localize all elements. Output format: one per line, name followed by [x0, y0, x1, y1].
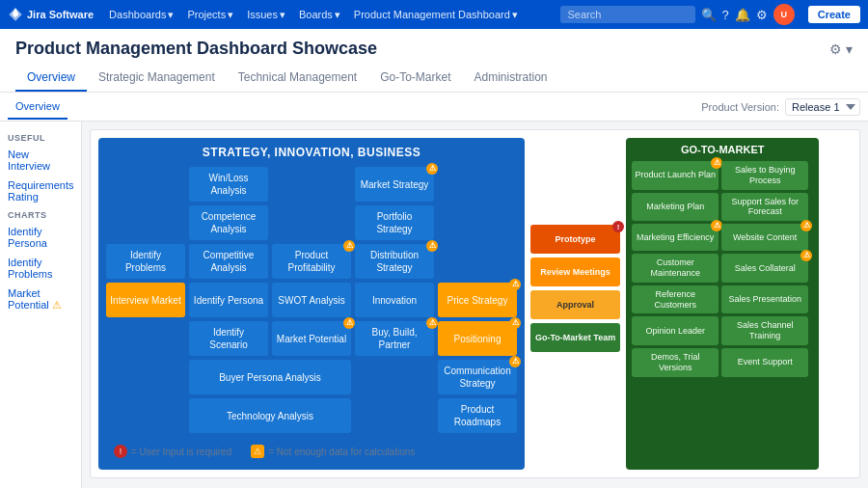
page-tabs: Overview Strategic Management Technical …	[15, 65, 853, 92]
sidebar-identify-persona[interactable]: Identify Persona	[0, 222, 81, 253]
gtm-header: GO-TO-MARKET	[632, 144, 813, 155]
review-meetings-cell[interactable]: Review Meetings	[530, 258, 620, 286]
question-icon[interactable]: ?	[722, 8, 729, 22]
tab-technical[interactable]: Technical Management	[227, 65, 368, 92]
sidebar-identify-problems[interactable]: Identify Problems	[0, 253, 81, 284]
market-strategy-cell[interactable]: Market Strategy ⚠	[355, 167, 434, 202]
buy-build-badge: ⚠	[426, 317, 438, 329]
nav-dashboards[interactable]: Dashboards ▾	[103, 5, 179, 25]
sidebar-useful-label: USEFUL	[0, 129, 81, 145]
innovation-cell[interactable]: Innovation	[355, 283, 434, 317]
distribution-strategy-cell[interactable]: Distribution Strategy ⚠	[355, 244, 434, 279]
price-strategy-cell[interactable]: Price Strategy ⚠	[438, 283, 517, 317]
page-title: Product Management Dashboard Showcase	[15, 39, 377, 59]
technology-analysis-cell[interactable]: Technology Analysis	[189, 398, 351, 433]
sidebar-market-potential[interactable]: Market Potential ⚠	[0, 284, 81, 315]
sidebar-new-interview[interactable]: New Interview	[0, 145, 81, 176]
sales-presentation-cell[interactable]: Sales Presentation	[721, 285, 808, 314]
identify-problems-cell[interactable]: Identify Problems	[106, 244, 185, 279]
search-icon[interactable]: 🔍	[701, 8, 717, 22]
top-navigation: Jira Software Dashboards ▾ Projects ▾ Is…	[0, 0, 868, 29]
create-button[interactable]: Create	[808, 6, 860, 23]
go-to-market-section: GO-TO-MARKET Product Launch Plan ⚠ Sales…	[626, 138, 819, 470]
yellow-badge-legend: ⚠	[251, 445, 264, 458]
legend-red: ! = User Input is required	[114, 445, 231, 458]
portfolio-strategy-cell[interactable]: Portfolio Strategy	[355, 205, 434, 240]
product-profitability-cell[interactable]: Product Profitability ⚠	[272, 244, 351, 279]
buyer-persona-cell[interactable]: Buyer Persona Analysis	[189, 360, 351, 394]
prototype-badge: !	[612, 221, 624, 232]
opinion-leader-cell[interactable]: Opinion Leader	[632, 316, 719, 345]
main-content: USEFUL New Interview Requirements Rating…	[0, 122, 868, 488]
version-select[interactable]: Release 1	[785, 98, 860, 116]
sidebar-requirements[interactable]: Requirements Rating	[0, 176, 81, 206]
sales-collateral-badge: ⚠	[800, 250, 812, 261]
bell-icon[interactable]: 🔔	[735, 8, 750, 22]
legend-yellow-text: = Not enough data for calculations	[268, 447, 415, 457]
market-potential-cell[interactable]: Market Potential ⚠	[272, 321, 351, 356]
product-roadmaps-cell[interactable]: Product Roadmaps	[438, 398, 517, 433]
version-label: Product Version:	[701, 101, 779, 113]
competence-cell[interactable]: Competence Analysis	[189, 205, 268, 240]
legend-red-text: = User Input is required	[131, 447, 231, 457]
nav-dashboard[interactable]: Product Management Dashboard ▾	[348, 5, 524, 25]
red-badge-legend: !	[114, 445, 127, 458]
nav-icons: 🔍 ? 🔔 ⚙ U	[701, 4, 795, 25]
nav-projects[interactable]: Projects ▾	[181, 5, 239, 25]
market-strategy-badge: ⚠	[426, 163, 438, 175]
distribution-badge: ⚠	[426, 240, 438, 252]
page-settings-icon[interactable]: ⚙ ▾	[829, 41, 853, 57]
product-profitability-badge: ⚠	[343, 240, 355, 252]
tab-admin[interactable]: Administration	[463, 65, 559, 92]
communication-strategy-cell[interactable]: Communication Strategy ⚠	[438, 360, 517, 394]
jira-logo-text: Jira Software	[27, 9, 94, 20]
overview-sub-tab[interactable]: Overview	[8, 95, 68, 120]
sidebar-charts-label: CHARTS	[0, 206, 81, 222]
price-strategy-badge: ⚠	[509, 279, 521, 290]
approval-cell[interactable]: Approval	[530, 290, 620, 319]
comm-strategy-badge: ⚠	[509, 356, 521, 367]
legend-yellow: ⚠ = Not enough data for calculations	[251, 445, 415, 458]
marketing-plan-cell[interactable]: Marketing Plan	[632, 193, 719, 222]
marketing-efficiency-cell[interactable]: Marketing Efficiency ⚠	[632, 224, 719, 251]
win-loss-cell[interactable]: Win/Loss Analysis	[189, 167, 268, 202]
swot-cell[interactable]: SWOT Analysis	[272, 283, 351, 317]
strategy-header: STRATEGY, INNOVATION, BUSINESS	[106, 146, 517, 159]
overview-tab-bar: Overview Product Version: Release 1	[0, 93, 868, 122]
nav-issues[interactable]: Issues ▾	[241, 5, 291, 25]
support-sales-cell[interactable]: Support Sales for Forecast	[721, 193, 808, 222]
nav-boards[interactable]: Boards ▾	[293, 5, 346, 25]
demos-cell[interactable]: Demos, Trial Versions	[632, 348, 719, 377]
settings-icon[interactable]: ⚙	[756, 8, 768, 22]
sidebar: USEFUL New Interview Requirements Rating…	[0, 122, 82, 488]
market-potential-badge: ⚠	[343, 317, 355, 329]
tab-go-to-market[interactable]: Go-To-Market	[368, 65, 462, 92]
nav-menu: Dashboards ▾ Projects ▾ Issues ▾ Boards …	[103, 5, 524, 25]
search-input[interactable]	[560, 6, 695, 23]
gtm-grid: Product Launch Plan ⚠ Sales to Buying Pr…	[632, 161, 813, 377]
customer-maintenance-cell[interactable]: Customer Maintenance	[632, 254, 719, 283]
positioning-badge: ⚠	[509, 317, 521, 329]
event-support-cell[interactable]: Event Support	[721, 348, 808, 377]
tab-overview[interactable]: Overview	[15, 65, 87, 92]
gtm-team-cell[interactable]: Go-To-Market Team	[530, 323, 620, 352]
strategy-section: STRATEGY, INNOVATION, BUSINESS Win/Loss …	[98, 138, 525, 470]
sales-buying-cell[interactable]: Sales to Buying Process	[721, 161, 808, 190]
interview-market-cell[interactable]: Interview Market	[106, 283, 185, 317]
avatar[interactable]: U	[773, 4, 795, 25]
positioning-cell[interactable]: Positioning ⚠	[438, 321, 517, 356]
buy-build-cell[interactable]: Buy, Build, Partner ⚠	[355, 321, 434, 356]
reference-customers-cell[interactable]: Reference Customers	[632, 285, 719, 314]
website-content-cell[interactable]: Website Content ⚠	[721, 224, 808, 251]
legend: ! = User Input is required ⚠ = Not enoug…	[106, 441, 517, 462]
sales-collateral-cell[interactable]: Sales Collateral ⚠	[721, 254, 808, 283]
product-launch-cell[interactable]: Product Launch Plan ⚠	[632, 161, 719, 190]
sales-channel-cell[interactable]: Sales Channel Training	[721, 316, 808, 345]
competitive-analysis-cell[interactable]: Competitive Analysis	[189, 244, 268, 279]
prototype-cell[interactable]: Prototype !	[530, 225, 620, 254]
dashboard-board: STRATEGY, INNOVATION, BUSINESS Win/Loss …	[90, 129, 860, 478]
tab-strategic[interactable]: Strategic Management	[87, 65, 227, 92]
identify-scenario-cell[interactable]: Identify Scenario	[189, 321, 268, 356]
page-header: Product Management Dashboard Showcase ⚙ …	[0, 29, 868, 93]
identify-persona-cell[interactable]: Identify Persona	[189, 283, 268, 317]
